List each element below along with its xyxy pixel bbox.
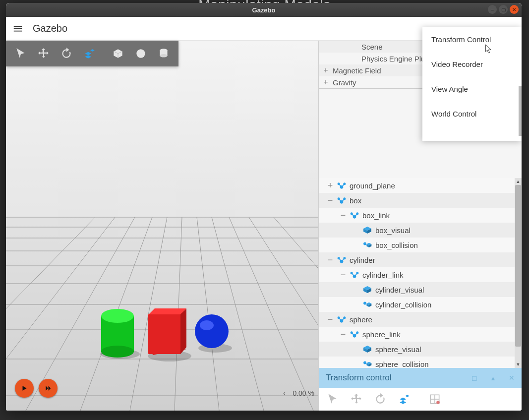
- entity-label: box_link: [362, 211, 390, 220]
- main-toolbar: [6, 41, 178, 66]
- tc-dock-icon[interactable]: ◻: [471, 374, 477, 382]
- entity-row[interactable]: −cylinder_link: [319, 267, 522, 282]
- entity-row[interactable]: +ground_plane: [319, 178, 522, 193]
- entity-row[interactable]: sphere_visual: [319, 342, 522, 357]
- play-button[interactable]: [15, 379, 34, 398]
- tc-tool-rotate[interactable]: [369, 388, 391, 410]
- svg-point-0: [136, 49, 145, 58]
- svg-point-41: [195, 314, 229, 348]
- link-icon: [350, 211, 359, 219]
- tool-scale[interactable]: [78, 43, 100, 64]
- entity-row[interactable]: cylinder_collision: [319, 297, 522, 312]
- scene-sphere[interactable]: [195, 314, 229, 348]
- entity-label: sphere: [350, 315, 372, 324]
- window-title: Gazebo: [252, 6, 276, 14]
- expander-icon[interactable]: +: [323, 79, 329, 85]
- model-icon: [337, 256, 347, 264]
- model-icon: [337, 315, 347, 323]
- window-close-button[interactable]: ✕: [510, 5, 519, 14]
- tool-insert-cylinder[interactable]: [153, 43, 175, 64]
- background-code: [0, 55, 4, 402]
- expander-icon[interactable]: −: [340, 331, 347, 338]
- entity-label: box: [350, 196, 361, 205]
- scene-cylinder[interactable]: [101, 309, 134, 358]
- entity-label: cylinder: [350, 256, 375, 264]
- step-button[interactable]: [39, 379, 58, 398]
- entity-tree[interactable]: ▲ ▼ +ground_plane−box−box_linkbox_visual…: [319, 178, 522, 368]
- tc-close-icon[interactable]: ✕: [509, 374, 515, 382]
- entity-row[interactable]: −box_link: [319, 208, 522, 223]
- entity-row[interactable]: −cylinder: [319, 252, 522, 267]
- scroll-up-icon[interactable]: ▲: [515, 178, 522, 185]
- entity-label: sphere_visual: [375, 345, 421, 354]
- svg-marker-39: [149, 308, 186, 314]
- entity-row[interactable]: sphere_collision: [319, 357, 522, 368]
- entity-row[interactable]: −sphere_link: [319, 327, 522, 342]
- entity-label: ground_plane: [350, 181, 395, 190]
- svg-point-95: [363, 361, 366, 364]
- world-tree-label: Gravity: [333, 78, 356, 87]
- entity-row[interactable]: cylinder_visual: [319, 282, 522, 297]
- tc-collapse-icon[interactable]: ▴: [491, 374, 495, 382]
- entity-label: sphere_collision: [375, 360, 429, 368]
- entity-row[interactable]: −sphere: [319, 312, 522, 327]
- link-icon: [350, 271, 359, 279]
- expander-icon[interactable]: −: [340, 212, 347, 219]
- scroll-thumb[interactable]: [515, 185, 521, 347]
- plugin-menu-item[interactable]: Video Recorder: [422, 52, 522, 76]
- tool-translate[interactable]: [33, 43, 55, 64]
- expander-icon[interactable]: −: [327, 197, 334, 204]
- svg-point-42: [200, 320, 214, 330]
- window-minimize-button[interactable]: –: [488, 5, 497, 14]
- viewport-3d[interactable]: ‹ 0.00 %: [6, 41, 318, 411]
- tool-insert-box[interactable]: [107, 43, 129, 64]
- tc-tool-snap[interactable]: [424, 388, 446, 410]
- collision-icon: [362, 241, 372, 249]
- svg-point-78: [363, 302, 366, 305]
- collision-icon: [362, 300, 372, 308]
- svg-point-61: [363, 242, 366, 245]
- hamburger-icon: [12, 23, 23, 34]
- model-icon: [337, 181, 347, 189]
- transform-control-titlebar[interactable]: Transform control ◻ ▴ ✕: [319, 368, 522, 388]
- entity-label: cylinder_visual: [375, 286, 424, 294]
- tool-insert-sphere[interactable]: [130, 43, 152, 64]
- menu-button[interactable]: [6, 17, 30, 41]
- progress-back-icon[interactable]: ‹: [283, 389, 286, 398]
- tool-rotate[interactable]: [56, 43, 77, 64]
- tool-select[interactable]: [10, 43, 32, 64]
- plugin-menu-item[interactable]: View Angle: [422, 76, 522, 101]
- svg-point-102: [436, 401, 440, 404]
- window-maximize-button[interactable]: ▢: [499, 5, 508, 14]
- entity-row[interactable]: box_collision: [319, 238, 522, 252]
- entity-row[interactable]: box_visual: [319, 223, 522, 238]
- transform-control-title: Transform control: [326, 373, 392, 383]
- plugin-menu[interactable]: Transform ControlVideo RecorderView Angl…: [422, 27, 522, 141]
- expander-icon[interactable]: +: [327, 182, 334, 189]
- window-titlebar[interactable]: Gazebo – ▢ ✕: [6, 3, 522, 17]
- world-tree-label: Scene: [361, 43, 383, 51]
- scene-box[interactable]: [148, 308, 186, 355]
- entity-label: cylinder_collision: [375, 300, 431, 309]
- playback-controls: [15, 379, 58, 398]
- plugin-menu-item[interactable]: World Control: [422, 101, 522, 126]
- entity-label: cylinder_link: [362, 271, 404, 279]
- scroll-down-icon[interactable]: ▼: [515, 361, 522, 368]
- tc-tool-scale[interactable]: [393, 388, 415, 410]
- progress-indicator: ‹ 0.00 %: [283, 389, 314, 398]
- expander-icon[interactable]: +: [323, 67, 329, 73]
- tc-tool-select[interactable]: [322, 388, 344, 410]
- expander-icon[interactable]: −: [340, 271, 347, 278]
- expander-icon[interactable]: −: [327, 316, 334, 323]
- svg-point-3: [160, 54, 167, 58]
- expander-icon[interactable]: −: [327, 256, 334, 263]
- tc-tool-translate[interactable]: [346, 388, 367, 410]
- app-window: Gazebo – ▢ ✕ Gazebo: [6, 3, 522, 411]
- entity-tree-scrollbar[interactable]: ▲ ▼: [515, 178, 522, 368]
- model-icon: [337, 196, 347, 204]
- svg-rect-38: [149, 314, 180, 354]
- plugin-menu-item[interactable]: Transform Control: [422, 27, 522, 52]
- scene-shapes: [6, 41, 318, 411]
- entity-row[interactable]: −box: [319, 193, 522, 208]
- world-tree-label: Magnetic Field: [333, 66, 381, 75]
